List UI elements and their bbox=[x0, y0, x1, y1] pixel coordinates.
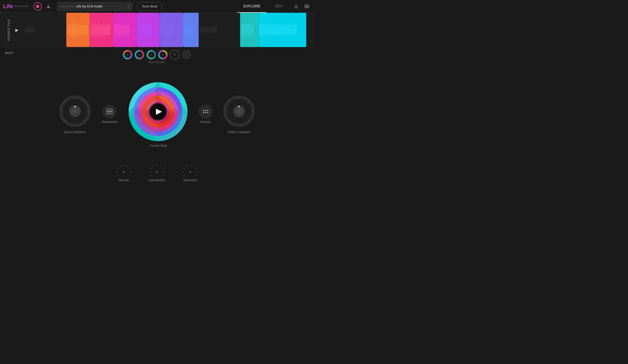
symmetry-knob[interactable] bbox=[181, 163, 199, 177]
sound-variation-knob[interactable] bbox=[58, 95, 92, 128]
svg-rect-148 bbox=[261, 22, 261, 37]
svg-point-188 bbox=[138, 54, 140, 56]
svg-rect-181 bbox=[295, 25, 295, 35]
density-label: Density bbox=[119, 178, 129, 182]
svg-rect-164 bbox=[277, 23, 278, 36]
svg-rect-166 bbox=[279, 24, 280, 36]
svg-rect-126 bbox=[186, 25, 187, 35]
svg-rect-53 bbox=[82, 26, 83, 34]
svg-rect-25 bbox=[207, 28, 207, 31]
svg-rect-10 bbox=[30, 28, 30, 32]
source-file-selector[interactable]: Source File Life by XLN Audio bbox=[57, 2, 133, 11]
record-button[interactable] bbox=[33, 2, 42, 10]
svg-rect-56 bbox=[85, 25, 86, 35]
svg-rect-180 bbox=[294, 23, 294, 37]
beat-shortlist-area: + Beat Shortlist bbox=[123, 50, 191, 66]
svg-rect-4 bbox=[26, 27, 26, 33]
svg-rect-174 bbox=[288, 26, 288, 34]
svg-rect-12 bbox=[32, 28, 32, 31]
shortlist-item-3[interactable] bbox=[146, 50, 156, 60]
logo-by-xln: BY XLN AUDIO bbox=[15, 5, 29, 8]
browse-container: Browse bbox=[199, 105, 212, 124]
share-button[interactable] bbox=[292, 2, 300, 10]
svg-rect-17 bbox=[201, 27, 201, 33]
density-knob[interactable] bbox=[115, 163, 133, 177]
symmetry-container: Symmetry bbox=[181, 163, 199, 182]
svg-rect-104 bbox=[146, 25, 147, 35]
svg-rect-50 bbox=[79, 23, 80, 37]
beat-shortlist-label: Beat Shortlist bbox=[149, 61, 165, 64]
svg-rect-89 bbox=[124, 24, 124, 36]
svg-rect-121 bbox=[171, 26, 172, 34]
browse-label: Browse bbox=[200, 120, 211, 124]
pattern-variation-knob[interactable] bbox=[222, 95, 256, 128]
svg-rect-26 bbox=[208, 27, 208, 33]
syncopation-knob[interactable] bbox=[148, 163, 166, 177]
save-beat-button[interactable]: Save Beat bbox=[137, 2, 162, 11]
record-dot bbox=[36, 5, 39, 8]
svg-rect-136 bbox=[243, 25, 244, 35]
svg-rect-160 bbox=[273, 24, 274, 36]
shortlist-add-button[interactable]: + bbox=[170, 50, 180, 60]
randomize-button[interactable] bbox=[103, 105, 116, 118]
svg-rect-117 bbox=[167, 26, 168, 34]
svg-line-238 bbox=[120, 165, 121, 166]
svg-rect-144 bbox=[252, 26, 252, 33]
svg-rect-169 bbox=[283, 23, 283, 37]
svg-rect-170 bbox=[284, 25, 284, 35]
source-file-arrows bbox=[127, 5, 130, 8]
svg-rect-120 bbox=[170, 24, 171, 36]
source-file-value: Life by XLN Audio bbox=[76, 4, 125, 8]
download-button[interactable] bbox=[44, 2, 52, 10]
svg-rect-3 bbox=[25, 28, 25, 31]
svg-rect-150 bbox=[263, 21, 263, 39]
svg-rect-42 bbox=[71, 23, 71, 37]
pattern-variation-label: Pattern Variation bbox=[228, 130, 251, 134]
beat-shortlist: + bbox=[123, 50, 191, 60]
beat-section: BEAT bbox=[0, 47, 314, 182]
shortlist-item-2[interactable] bbox=[134, 50, 144, 60]
svg-point-207 bbox=[73, 109, 77, 113]
source-file-label: Source File bbox=[60, 5, 74, 8]
svg-rect-210 bbox=[110, 109, 112, 111]
svg-line-261 bbox=[196, 168, 197, 169]
svg-line-257 bbox=[183, 168, 185, 169]
beat-controls-row: Sound Variation Randomize bbox=[0, 67, 314, 162]
svg-rect-209 bbox=[107, 109, 109, 111]
svg-rect-82 bbox=[116, 25, 117, 35]
svg-rect-155 bbox=[268, 25, 268, 35]
shortlist-item-1[interactable] bbox=[123, 50, 132, 60]
svg-rect-119 bbox=[169, 25, 170, 35]
svg-rect-16 bbox=[200, 28, 200, 31]
svg-rect-60 bbox=[91, 24, 92, 36]
svg-rect-118 bbox=[168, 23, 169, 37]
svg-line-235 bbox=[117, 175, 118, 176]
svg-rect-135 bbox=[242, 23, 243, 37]
explore-tab[interactable]: EXPLORE bbox=[237, 0, 266, 13]
waveform-container[interactable] bbox=[24, 13, 309, 47]
svg-rect-44 bbox=[73, 21, 73, 39]
svg-rect-57 bbox=[86, 26, 87, 33]
svg-rect-18 bbox=[201, 28, 202, 32]
svg-rect-47 bbox=[76, 22, 76, 38]
svg-rect-8 bbox=[29, 26, 29, 34]
svg-rect-134 bbox=[241, 25, 242, 35]
svg-rect-51 bbox=[80, 25, 81, 35]
shortlist-item-4[interactable] bbox=[158, 50, 168, 60]
source-section: SOURCE FILE ▶ bbox=[0, 13, 314, 47]
svg-rect-162 bbox=[275, 24, 276, 36]
svg-rect-171 bbox=[285, 24, 285, 36]
svg-rect-93 bbox=[128, 24, 128, 36]
edit-tab[interactable]: EDIT bbox=[269, 0, 289, 13]
menu-button[interactable] bbox=[303, 2, 311, 10]
svg-line-258 bbox=[186, 165, 187, 166]
browse-button[interactable] bbox=[199, 105, 212, 118]
svg-line-245 bbox=[150, 175, 152, 176]
logo-life: Life bbox=[3, 3, 13, 10]
svg-rect-182 bbox=[296, 24, 296, 36]
source-play-button[interactable]: ▶ bbox=[13, 26, 20, 33]
svg-point-233 bbox=[237, 109, 241, 113]
svg-rect-151 bbox=[264, 25, 264, 35]
beat-circle[interactable] bbox=[127, 81, 189, 142]
svg-rect-111 bbox=[161, 25, 162, 35]
